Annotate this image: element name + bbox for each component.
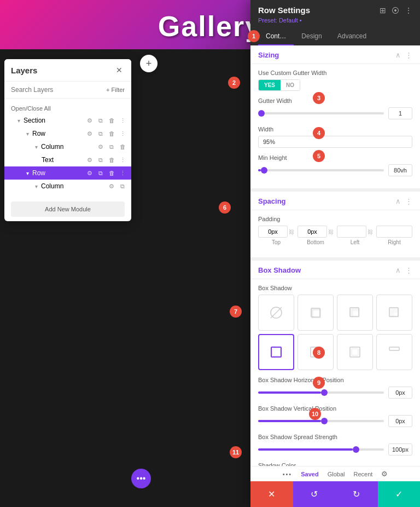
delete-icon[interactable]: 🗑 — [107, 155, 116, 164]
saved-dots[interactable]: ••• — [283, 471, 293, 477]
more-icon[interactable]: ⋮ — [118, 116, 127, 125]
shadow-inside-lg[interactable] — [337, 334, 373, 370]
more-icon[interactable]: ⋮ — [118, 155, 127, 164]
shadow-vertical-label: Box Shadow Vertical Position — [258, 405, 412, 412]
delete-icon[interactable]: 🗑 — [107, 169, 116, 177]
duplicate-icon[interactable]: ⧉ — [107, 142, 116, 151]
toggle-yes[interactable]: YES — [259, 80, 281, 90]
global-label[interactable]: Global — [328, 471, 345, 477]
shadow-custom[interactable] — [376, 334, 412, 370]
delete-icon[interactable]: 🗑 — [107, 116, 116, 125]
settings-icon[interactable]: ⚙ — [85, 155, 94, 164]
tab-design[interactable]: Design — [294, 28, 329, 45]
panel-tabs: Cont… Design Advanced — [258, 28, 412, 45]
slider-thumb[interactable] — [258, 110, 265, 117]
link-icon[interactable]: ⛓ — [368, 229, 373, 235]
shadow-outside-md[interactable] — [337, 295, 373, 331]
more-icon[interactable]: ⋮ — [405, 6, 412, 15]
settings-icon[interactable]: ⚙ — [85, 169, 94, 177]
slider-thumb[interactable] — [353, 446, 359, 453]
save-button[interactable]: ✓ — [378, 481, 421, 507]
shadow-vertical-value[interactable]: 0px — [388, 415, 412, 427]
delete-icon[interactable]: 🗑 — [118, 142, 127, 151]
duplicate-icon[interactable]: ⧉ — [96, 169, 105, 177]
link-icon[interactable]: ⛓ — [289, 229, 294, 235]
shadow-outside-lg[interactable] — [376, 295, 412, 331]
shadow-inside-sm[interactable] — [258, 334, 294, 370]
padding-top-input[interactable] — [258, 226, 288, 238]
toggle-no[interactable]: NO — [281, 80, 300, 90]
chevron-icon: ▾ — [26, 170, 29, 176]
layer-label: Row — [32, 169, 83, 177]
link-icon[interactable]: ⛓ — [328, 229, 334, 235]
collapse-icon[interactable]: ∧ — [395, 197, 401, 205]
undo-button[interactable]: ↺ — [293, 481, 336, 507]
settings-icon[interactable]: ⚙ — [96, 142, 105, 151]
tab-advanced[interactable]: Advanced — [330, 28, 374, 45]
settings-icon[interactable]: ⚙ — [85, 129, 94, 138]
more-icon[interactable]: ⋮ — [118, 169, 127, 177]
search-input[interactable] — [11, 86, 102, 94]
saved-label[interactable]: Saved — [301, 471, 318, 477]
slider-thumb[interactable] — [321, 418, 328, 424]
more-options-button[interactable]: ••• — [131, 469, 151, 488]
duplicate-icon[interactable]: ⧉ — [118, 182, 127, 191]
padding-left-input[interactable] — [337, 226, 366, 238]
close-icon[interactable]: ✕ — [114, 65, 125, 76]
padding-bottom-input[interactable] — [298, 226, 327, 238]
more-icon[interactable]: ⋮ — [405, 197, 412, 205]
recent-label[interactable]: Recent — [353, 471, 372, 477]
slider-track[interactable] — [258, 420, 384, 422]
delete-icon[interactable]: 🗑 — [107, 129, 116, 138]
collapse-icon[interactable]: ∧ — [395, 51, 401, 59]
add-button[interactable]: + — [140, 55, 158, 72]
columns-icon[interactable]: ⦿ — [392, 6, 399, 15]
tab-content[interactable]: Cont… — [258, 28, 294, 45]
layer-item-icons: ⚙ ⧉ 🗑 — [96, 142, 127, 151]
slider-track[interactable] — [258, 169, 384, 171]
min-height-value[interactable]: 80vh — [388, 164, 412, 176]
slider-track[interactable] — [258, 112, 384, 114]
redo-button[interactable]: ↻ — [335, 481, 378, 507]
layer-item-section[interactable]: ▾ Section ⚙ ⧉ 🗑 ⋮ — [4, 114, 131, 127]
gutter-toggle[interactable]: YES NO — [258, 79, 300, 91]
layer-item-row1[interactable]: ▾ Row ⚙ ⧉ 🗑 ⋮ — [4, 127, 131, 140]
duplicate-icon[interactable]: ⧉ — [96, 155, 105, 164]
duplicate-icon[interactable]: ⧉ — [96, 116, 105, 125]
grid-icon[interactable]: ⊞ — [380, 6, 386, 15]
shadow-spread-value[interactable]: 100px — [388, 443, 412, 456]
cancel-button[interactable]: ✕ — [250, 481, 293, 507]
more-icon[interactable]: ⋮ — [405, 51, 412, 59]
min-height-slider: 80vh — [258, 164, 412, 176]
open-close-all[interactable]: Open/Close All — [4, 103, 131, 114]
slider-thumb[interactable] — [321, 389, 328, 396]
filter-button[interactable]: + Filter — [106, 87, 125, 93]
shadow-outside-sm[interactable] — [298, 295, 334, 331]
duplicate-icon[interactable]: ⧉ — [96, 129, 105, 138]
shadow-horizontal-value[interactable]: 0px — [388, 387, 412, 399]
slider-track[interactable] — [258, 448, 384, 451]
slider-thumb[interactable] — [261, 167, 267, 174]
width-input[interactable] — [258, 136, 412, 148]
padding-right-input[interactable] — [376, 226, 412, 238]
settings-icon[interactable]: ⚙ — [107, 182, 116, 191]
layer-item-row2[interactable]: ▾ Row ⚙ ⧉ 🗑 ⋮ — [4, 166, 131, 180]
width-input-row — [258, 136, 412, 148]
settings-icon[interactable]: ⚙ — [85, 116, 94, 125]
slider-track[interactable] — [258, 391, 384, 394]
layer-item-column2[interactable]: ▾ Column ⚙ ⧉ — [4, 180, 131, 193]
padding-top-label: Top — [272, 239, 281, 245]
badge-6: 6 — [219, 201, 231, 214]
gutter-width-value[interactable]: 1 — [388, 107, 412, 119]
more-icon[interactable]: ⋮ — [405, 266, 412, 274]
more-icon[interactable]: ⋮ — [118, 129, 127, 138]
layer-item-column1[interactable]: ▾ Column ⚙ ⧉ 🗑 — [4, 140, 131, 153]
collapse-icon[interactable]: ∧ — [395, 266, 401, 274]
badge-7: 7 — [230, 306, 242, 318]
add-module-button[interactable]: Add New Module — [11, 201, 125, 217]
spacing-title: Spacing — [258, 197, 286, 205]
shadow-none[interactable] — [258, 295, 294, 331]
gear-icon[interactable]: ⚙ — [381, 470, 388, 478]
layer-item-icons: ⚙ ⧉ 🗑 ⋮ — [85, 116, 127, 125]
layer-item-text[interactable]: Text ⚙ ⧉ 🗑 ⋮ — [4, 153, 131, 166]
